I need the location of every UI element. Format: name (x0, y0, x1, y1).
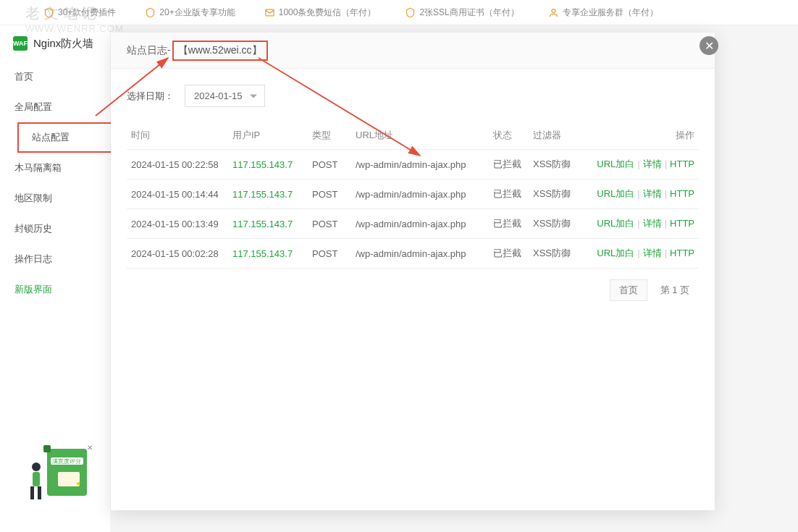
promo-item: 2张SSL商用证书（年付） (405, 7, 518, 19)
action-whitelist[interactable]: URL加白 (597, 248, 634, 258)
cell-url: /wp-admin/admin-ajax.php (351, 180, 489, 209)
sidebar-title: WAF Nginx防火墙 (0, 36, 110, 62)
cell-url: /wp-admin/admin-ajax.php (351, 239, 489, 269)
close-icon: ✕ (705, 39, 714, 53)
svg-rect-8 (33, 472, 40, 486)
action-http[interactable]: HTTP (670, 188, 694, 199)
modal-header: 站点日志- 【www.52wei.cc】 (111, 33, 715, 69)
cell-time: 2024-01-15 00:13:49 (127, 209, 228, 239)
svg-rect-5 (58, 472, 80, 486)
svg-rect-9 (30, 486, 34, 499)
modal-title-prefix: 站点日志- (127, 44, 171, 57)
action-http[interactable]: HTTP (670, 159, 694, 169)
cell-type: POST (308, 209, 351, 239)
promo-item: 专享企业服务群（年付） (548, 7, 658, 19)
col-type: 类型 (308, 122, 351, 150)
log-table: 时间 用户IP 类型 URL地址 状态 过滤器 操作 2024-01-15 00… (127, 122, 699, 269)
cell-filter: XSS防御 (529, 180, 587, 209)
svg-point-1 (552, 9, 555, 12)
col-ip: 用户IP (228, 122, 308, 150)
sidebar-item-oplog[interactable]: 操作日志 (0, 244, 110, 274)
promo-item: 1000条免费短信（年付） (264, 7, 377, 19)
ip-link[interactable]: 117.155.143.7 (232, 248, 293, 259)
table-row: 2024-01-15 00:02:28 117.155.143.7 POST /… (127, 239, 699, 269)
cell-ip: 117.155.143.7 (228, 239, 308, 269)
table-row: 2024-01-15 00:22:58 117.155.143.7 POST /… (127, 150, 699, 180)
cell-type: POST (308, 150, 351, 180)
cell-time: 2024-01-15 00:02:28 (127, 239, 228, 269)
cell-ip: 117.155.143.7 (228, 150, 308, 180)
promo-item: 20+企业版专享功能 (145, 7, 235, 19)
page-current: 第 1 页 (655, 280, 695, 300)
cell-actions: URL加白|详情|HTTP (587, 209, 699, 239)
action-detail[interactable]: 详情 (643, 159, 662, 169)
sidebar-item-newui[interactable]: 新版界面 (0, 274, 110, 305)
cell-filter: XSS防御 (529, 239, 587, 269)
group-icon (548, 7, 559, 18)
col-status: 状态 (489, 122, 529, 150)
promo-item: 30+款付费插件 (43, 7, 116, 19)
sidebar-item-home[interactable]: 首页 (0, 62, 110, 92)
cell-filter: XSS防御 (529, 150, 587, 180)
svg-rect-6 (43, 445, 51, 452)
ip-link[interactable]: 117.155.143.7 (232, 159, 293, 170)
site-log-modal: 站点日志- 【www.52wei.cc】 选择日期： 2024-01-15 时间… (111, 33, 715, 510)
feedback-widget[interactable]: 满意度评分 ✕ (22, 442, 94, 499)
col-time: 时间 (127, 122, 228, 150)
cell-ip: 117.155.143.7 (228, 209, 308, 239)
cell-status: 已拦截 (489, 209, 529, 239)
svg-text:✕: ✕ (87, 444, 93, 452)
date-label: 选择日期： (127, 90, 174, 103)
cell-status: 已拦截 (489, 150, 529, 180)
top-promo-banner: 30+款付费插件 20+企业版专享功能 1000条免费短信（年付） 2张SSL商… (0, 0, 798, 25)
col-filter: 过滤器 (529, 122, 587, 150)
action-detail[interactable]: 详情 (643, 248, 662, 258)
action-http[interactable]: HTTP (670, 248, 694, 258)
ip-link[interactable]: 117.155.143.7 (232, 219, 293, 229)
shield-icon (43, 7, 54, 18)
sidebar-item-global[interactable]: 全局配置 (0, 92, 110, 122)
col-url: URL地址 (351, 122, 489, 150)
close-button[interactable]: ✕ (700, 36, 718, 55)
cell-status: 已拦截 (489, 180, 529, 209)
sidebar-item-ban-history[interactable]: 封锁历史 (0, 214, 110, 244)
action-detail[interactable]: 详情 (643, 218, 662, 229)
svg-text:满意度评分: 满意度评分 (52, 458, 81, 465)
ip-link[interactable]: 117.155.143.7 (232, 189, 293, 200)
table-row: 2024-01-15 00:13:49 117.155.143.7 POST /… (127, 209, 699, 239)
cell-actions: URL加白|详情|HTTP (587, 150, 699, 180)
page-first-button[interactable]: 首页 (610, 279, 647, 301)
cell-url: /wp-admin/admin-ajax.php (351, 150, 489, 180)
date-filter-row: 选择日期： 2024-01-15 (127, 85, 699, 107)
action-whitelist[interactable]: URL加白 (597, 218, 634, 229)
sidebar-item-quarantine[interactable]: 木马隔离箱 (0, 153, 110, 183)
cert-icon (405, 7, 416, 18)
table-row: 2024-01-15 00:14:44 117.155.143.7 POST /… (127, 180, 699, 209)
sidebar-item-region[interactable]: 地区限制 (0, 183, 110, 214)
cell-type: POST (308, 239, 351, 269)
cell-actions: URL加白|详情|HTTP (587, 180, 699, 209)
cell-status: 已拦截 (489, 239, 529, 269)
col-action: 操作 (587, 122, 699, 150)
action-http[interactable]: HTTP (670, 218, 694, 229)
shield-icon (145, 7, 156, 18)
sidebar-item-site-config[interactable]: 站点配置 (17, 122, 120, 153)
cell-filter: XSS防御 (529, 209, 587, 239)
action-whitelist[interactable]: URL加白 (597, 188, 634, 199)
svg-rect-10 (38, 486, 41, 499)
cell-ip: 117.155.143.7 (228, 180, 308, 209)
date-select[interactable]: 2024-01-15 (185, 85, 265, 107)
action-detail[interactable]: 详情 (643, 188, 662, 199)
pagination: 首页 第 1 页 (127, 269, 699, 301)
modal-site-name: 【www.52wei.cc】 (172, 41, 268, 61)
mail-icon (264, 7, 275, 18)
cell-actions: URL加白|详情|HTTP (587, 239, 699, 269)
cell-time: 2024-01-15 00:14:44 (127, 180, 228, 209)
waf-shield-icon: WAF (13, 36, 28, 51)
cell-url: /wp-admin/admin-ajax.php (351, 209, 489, 239)
cell-type: POST (308, 180, 351, 209)
svg-point-7 (32, 463, 41, 471)
cell-time: 2024-01-15 00:22:58 (127, 150, 228, 180)
action-whitelist[interactable]: URL加白 (597, 159, 634, 169)
